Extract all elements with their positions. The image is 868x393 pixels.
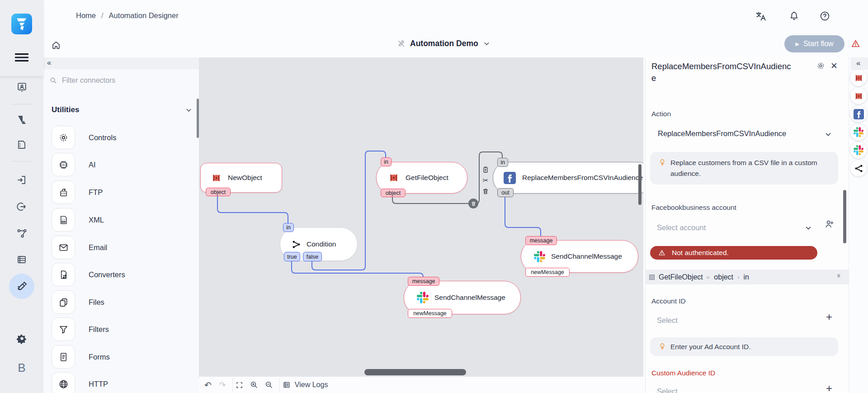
- port-message[interactable]: message: [525, 236, 557, 245]
- sidebar-item-forms[interactable]: Forms: [52, 345, 196, 369]
- undo-icon[interactable]: ↶: [204, 380, 212, 390]
- port-message[interactable]: message: [408, 277, 439, 286]
- port-in[interactable]: in: [283, 223, 294, 232]
- panel-collapse-icon[interactable]: «: [856, 59, 860, 68]
- port-in[interactable]: in: [497, 158, 508, 167]
- sidebar-item-files[interactable]: Files: [52, 290, 196, 314]
- app-logo[interactable]: [11, 14, 32, 34]
- canvas-horizontal-scrollbar[interactable]: [364, 369, 466, 375]
- flow-error-warning-icon[interactable]: [851, 39, 860, 48]
- search-icon: [50, 77, 57, 84]
- redbox-connector-icon[interactable]: [850, 88, 867, 104]
- globe-icon: [52, 372, 75, 393]
- add-account-person-add-icon[interactable]: [824, 219, 835, 229]
- share-icon[interactable]: [850, 160, 867, 176]
- custom-audience-add-icon[interactable]: +: [826, 382, 832, 393]
- sidebar-item-filters[interactable]: Filters: [52, 317, 196, 341]
- sidebar-item-converters[interactable]: Converters: [52, 263, 196, 286]
- flow-title: Automation Demo: [410, 39, 478, 48]
- sidebar-item-ai[interactable]: AI AI: [52, 153, 196, 176]
- sidebar-item-controls[interactable]: Controls: [52, 126, 196, 149]
- fb-account-chevron-down-icon[interactable]: [804, 224, 812, 232]
- port-binding-row[interactable]: GetFileObject ▹ object › in «: [646, 270, 849, 284]
- connector-sidebar: « Utilities Controls: [43, 57, 199, 393]
- account-id-select[interactable]: Select: [657, 316, 678, 325]
- delete-node-trash-icon[interactable]: [482, 188, 489, 195]
- login-icon[interactable]: [12, 170, 32, 190]
- designer-flag-icon[interactable]: [12, 110, 32, 130]
- port-out[interactable]: out: [497, 188, 514, 197]
- account-id-add-icon[interactable]: +: [826, 311, 832, 323]
- notes-file-icon[interactable]: [12, 135, 32, 155]
- fit-view-icon[interactable]: [236, 381, 243, 389]
- left-icon-rail: B: [0, 0, 43, 393]
- facebook-icon[interactable]: [850, 106, 867, 122]
- start-flow-button[interactable]: ▶ Start flow: [784, 35, 844, 52]
- flow-canvas[interactable]: NewObject object Condition in true false…: [199, 57, 643, 377]
- copy-clipboard-icon[interactable]: [482, 166, 489, 173]
- node-replacemembers[interactable]: ReplaceMembersFromCSVInAudience: [493, 162, 643, 194]
- node-settings-panel: ReplaceMembersFromCSVInAudience ✕ Action…: [645, 57, 849, 393]
- breadcrumb: Home / Automation Designer: [76, 11, 179, 20]
- convert-file-icon: [52, 263, 75, 286]
- edit-pencil-icon[interactable]: [12, 276, 32, 296]
- port-newmessage[interactable]: newMessage: [525, 268, 570, 277]
- panel-scrollbar-thumb[interactable]: [843, 190, 846, 243]
- close-icon[interactable]: ✕: [830, 61, 838, 71]
- panel-title: ReplaceMembersFromCSVInAudience: [651, 61, 795, 84]
- action-chevron-down-icon[interactable]: [824, 130, 832, 138]
- port-true[interactable]: true: [284, 252, 300, 261]
- svg-text:<->: <->: [61, 218, 66, 220]
- slack-icon[interactable]: [850, 142, 867, 158]
- account-id-hint-text: Enter your Ad Account ID.: [670, 341, 830, 352]
- port-newmessage[interactable]: newMessage: [408, 309, 452, 318]
- breadcrumb-home-link[interactable]: Home: [76, 11, 96, 20]
- notifications-bell-icon[interactable]: [788, 10, 800, 22]
- user-avatar[interactable]: B: [0, 361, 43, 375]
- cut-scissors-icon[interactable]: ✂: [483, 176, 489, 185]
- contact-card-icon[interactable]: [12, 77, 32, 97]
- view-logs-label[interactable]: View Logs: [295, 381, 328, 389]
- translate-icon[interactable]: [755, 10, 767, 22]
- sidebar-item-http[interactable]: HTTP: [52, 372, 196, 393]
- main-menu-hamburger-icon[interactable]: [12, 47, 32, 67]
- sidebar-item-xml[interactable]: <-> XML XML: [52, 208, 196, 232]
- rail-divider: [11, 161, 33, 161]
- port-object[interactable]: object: [381, 189, 406, 197]
- collapse-binding-double-chevron-icon[interactable]: «: [834, 274, 842, 277]
- node-settings-gear-icon[interactable]: [816, 62, 825, 70]
- port-false[interactable]: false: [303, 252, 322, 261]
- custom-audience-select[interactable]: Select: [657, 387, 678, 393]
- view-logs-icon[interactable]: [283, 381, 291, 389]
- xml-file-icon: <-> XML: [52, 208, 75, 232]
- canvas-vertical-scrollbar[interactable]: [638, 164, 642, 205]
- slack-icon[interactable]: [850, 124, 867, 140]
- sidebar-collapse-icon[interactable]: «: [47, 58, 51, 67]
- data-table-icon[interactable]: [12, 250, 32, 270]
- redo-icon[interactable]: ↷: [219, 380, 226, 390]
- settings-gear-icon[interactable]: [12, 328, 32, 348]
- port-in[interactable]: in: [381, 157, 392, 166]
- zoom-in-icon[interactable]: [250, 381, 258, 389]
- home-icon[interactable]: [51, 40, 61, 50]
- workflow-nodes-icon[interactable]: [12, 223, 32, 243]
- sidebar-item-ftp[interactable]: FTP FTP: [52, 180, 196, 204]
- slack-icon: [417, 292, 429, 303]
- action-select[interactable]: ReplaceMembersFromCSVInAudience: [658, 129, 786, 138]
- lightbulb-icon: [658, 158, 666, 166]
- fb-account-select[interactable]: Select account: [657, 223, 706, 232]
- redbox-connector-icon[interactable]: [850, 70, 867, 86]
- sidebar-header-strip: [43, 57, 199, 69]
- sidebar-item-email[interactable]: Email: [52, 236, 196, 259]
- flow-title-chevron-down-icon[interactable]: [483, 40, 491, 47]
- section-chevron-down-icon[interactable]: [185, 106, 193, 114]
- port-object[interactable]: object: [206, 188, 231, 196]
- search-input[interactable]: [61, 76, 176, 85]
- binding-target: in: [743, 273, 749, 281]
- logout-icon[interactable]: [12, 197, 32, 217]
- utilities-section-header[interactable]: Utilities: [52, 105, 193, 114]
- delete-edge-trash-icon[interactable]: [468, 199, 478, 208]
- zoom-out-icon[interactable]: [265, 381, 273, 389]
- help-icon[interactable]: [819, 10, 830, 22]
- svg-text:FTP: FTP: [61, 192, 66, 195]
